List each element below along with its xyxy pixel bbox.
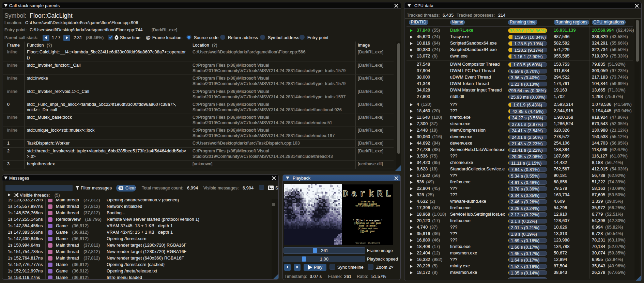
svg-text:* [S]tart a new game *: * [S]tart a new game * <box>353 219 382 222</box>
svg-text:DarkRL: DarkRL <box>343 189 393 199</box>
svg-text:Game [m]anual: Game [m]anual <box>359 225 376 227</box>
svg-text:Version: 15c455e76: Version: 15c455e76 <box>355 242 380 245</box>
svg-text:[R]eplay an old game: [R]eplay an old game <box>354 222 381 224</box>
svg-text:[V]ideo options: [V]ideo options <box>357 228 378 230</box>
svg-text:Created by: Created by <box>361 201 374 203</box>
svg-text:wolf.pld@gmail.com: wolf.pld@gmail.com <box>355 205 380 207</box>
svg-text:[Q]uit game: [Q]uit game <box>360 230 375 233</box>
